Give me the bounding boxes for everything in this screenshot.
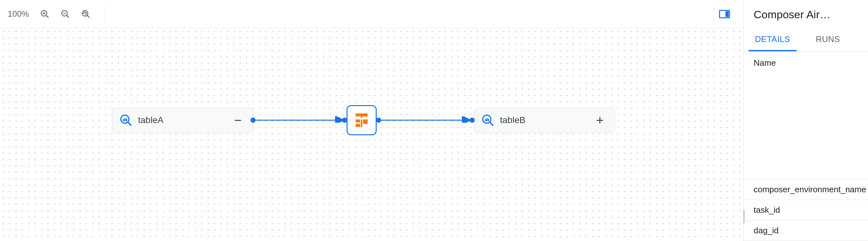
tab-runs[interactable]: Runs bbox=[809, 29, 846, 51]
field-label-name: Name bbox=[743, 52, 868, 73]
output-port[interactable] bbox=[376, 118, 381, 123]
svg-rect-24 bbox=[485, 119, 486, 121]
node-label: tableB bbox=[500, 115, 593, 125]
toolbar-divider bbox=[105, 5, 105, 23]
canvas-toolbar: 100% bbox=[0, 0, 743, 28]
details-sidebar: Composer Air… Details Runs Name composer… bbox=[743, 0, 868, 241]
property-task-id[interactable]: task_id bbox=[743, 200, 868, 220]
svg-line-1 bbox=[46, 15, 49, 18]
svg-rect-21 bbox=[355, 122, 360, 124]
node-table-a[interactable]: tableA − bbox=[112, 108, 253, 133]
node-table-b[interactable]: tableB + bbox=[474, 108, 615, 133]
zoom-out-icon[interactable] bbox=[61, 9, 70, 19]
svg-line-23 bbox=[490, 122, 493, 125]
output-port[interactable] bbox=[250, 118, 256, 123]
pipeline-canvas[interactable]: tableA − bbox=[0, 28, 743, 241]
svg-rect-25 bbox=[486, 118, 488, 121]
expand-button[interactable]: + bbox=[593, 114, 606, 127]
svg-rect-13 bbox=[123, 119, 124, 121]
svg-rect-17 bbox=[361, 114, 363, 127]
edge-a-to-task bbox=[253, 116, 348, 123]
panel-icon bbox=[719, 10, 730, 18]
zoom-in-icon[interactable] bbox=[40, 9, 50, 19]
input-port[interactable] bbox=[470, 118, 475, 123]
bigquery-icon bbox=[482, 114, 494, 127]
svg-line-12 bbox=[128, 122, 131, 125]
svg-line-8 bbox=[87, 15, 89, 18]
scrollbar-thumb[interactable] bbox=[743, 210, 745, 224]
composer-icon bbox=[352, 111, 371, 129]
svg-line-5 bbox=[66, 15, 69, 18]
svg-rect-15 bbox=[126, 119, 127, 121]
zoom-level: 100% bbox=[8, 9, 29, 19]
svg-rect-20 bbox=[355, 118, 367, 120]
input-port[interactable] bbox=[342, 118, 347, 123]
edge-task-to-b bbox=[379, 116, 475, 123]
toggle-sidebar-button[interactable] bbox=[713, 5, 735, 23]
svg-rect-19 bbox=[363, 119, 368, 124]
node-composer-task[interactable] bbox=[346, 105, 377, 135]
panel-title: Composer Air… bbox=[743, 0, 868, 29]
property-composer-env[interactable]: composer_environment_name bbox=[743, 179, 868, 200]
panel-tabs: Details Runs bbox=[743, 29, 868, 52]
svg-rect-10 bbox=[725, 11, 729, 17]
svg-rect-26 bbox=[488, 119, 489, 121]
svg-point-7 bbox=[82, 10, 88, 16]
properties-list: composer_environment_name task_id dag_id bbox=[743, 179, 868, 241]
tab-details[interactable]: Details bbox=[748, 29, 797, 51]
property-dag-id[interactable]: dag_id bbox=[743, 220, 868, 241]
svg-rect-14 bbox=[124, 118, 126, 121]
zoom-reset-icon[interactable] bbox=[81, 9, 91, 19]
collapse-button[interactable]: − bbox=[231, 114, 244, 127]
node-label: tableA bbox=[138, 115, 231, 125]
bigquery-icon bbox=[120, 114, 132, 127]
